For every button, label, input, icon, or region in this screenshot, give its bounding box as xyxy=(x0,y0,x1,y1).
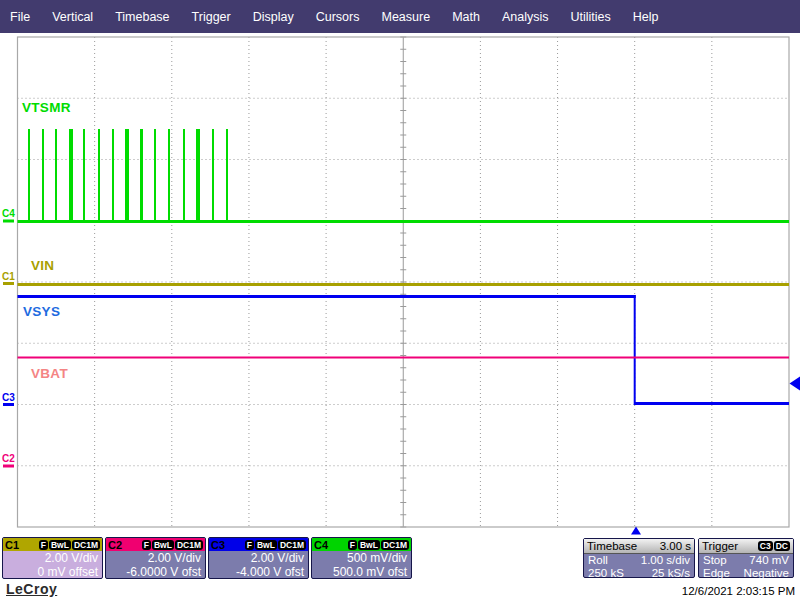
trace-vsys-high xyxy=(18,295,636,298)
channel-c2-descriptor[interactable]: C2FBwLDC1M2.00 V/div-6.0000 V ofst xyxy=(105,537,206,579)
timebase-mode: Roll xyxy=(588,554,608,567)
f-badge: F xyxy=(245,540,254,550)
trigger-badge-c3: C3 xyxy=(758,541,773,551)
trigger-badge-dc: DC xyxy=(774,541,790,551)
trigger-slope: Negative xyxy=(744,567,789,580)
timebase-value: 3.00 s xyxy=(660,540,691,552)
channel-marker-c2: C2 xyxy=(2,453,15,464)
timebase-samples: 250 kS xyxy=(588,567,624,580)
trace-vin xyxy=(18,283,790,286)
trace-vtsmr-pulse xyxy=(125,129,129,221)
trigger-title: Trigger xyxy=(702,540,738,552)
trace-vtsmr-pulse xyxy=(226,129,228,221)
channel-marker-tick xyxy=(3,282,14,285)
channel-offset: 500.0 mV ofst xyxy=(312,565,411,579)
channel-marker-tick xyxy=(3,465,14,468)
trace-vtsmr-pulse xyxy=(83,129,85,221)
channel-marker-c1: C1 xyxy=(2,271,15,282)
bwl-badge: BwL xyxy=(152,540,174,550)
trigger-type: Edge xyxy=(703,567,730,580)
trace-vsys-drop xyxy=(634,295,636,405)
vtsmr-label: VTSMR xyxy=(22,100,71,115)
vbat-label: VBAT xyxy=(31,366,68,381)
channel-offset: 0 mV offset xyxy=(3,565,102,579)
trigger-mode: Stop xyxy=(703,554,727,567)
timebase-panel[interactable]: Timebase 3.00 s Roll 1.00 s/div 250 kS 2… xyxy=(583,538,695,578)
trigger-source-badges: C3DC xyxy=(757,541,790,551)
trace-vbat xyxy=(18,357,790,359)
scope-grid: C4C1C3C2 xyxy=(0,0,800,537)
trace-vtsmr-pulse xyxy=(183,129,185,221)
lecroy-logo: LeCroy xyxy=(6,581,57,597)
datetime: 12/6/2021 2:03:15 PM xyxy=(682,585,795,597)
trigger-level-arrow xyxy=(790,377,800,391)
channel-offset: -6.0000 V ofst xyxy=(106,565,205,579)
channel-c3-descriptor[interactable]: C3FBwLDC1M2.00 V/div-4.000 V ofst xyxy=(208,537,309,579)
timebase-scale: 1.00 s/div xyxy=(641,554,690,567)
dc1m-badge: DC1M xyxy=(72,540,100,550)
trigger-time-arrow xyxy=(631,527,641,535)
channel-marker-c3: C3 xyxy=(2,392,15,403)
channel-c1-descriptor[interactable]: C1FBwLDC1M2.00 V/div0 mV offset xyxy=(2,537,103,579)
trace-vtsmr-pulse xyxy=(196,129,200,221)
bwl-badge: BwL xyxy=(255,540,277,550)
channel-marker-tick xyxy=(3,403,14,406)
channel-marker-tick xyxy=(3,220,14,223)
channel-id-label: C3 xyxy=(211,539,225,551)
trace-vtsmr-pulse xyxy=(212,129,214,221)
trace-vsys-low xyxy=(635,402,789,405)
dc1m-badge: DC1M xyxy=(381,540,409,550)
trace-vtsmr-pulse xyxy=(69,129,73,221)
timebase-samplerate: 25 kS/s xyxy=(652,567,690,580)
oscilloscope-app: FileVerticalTimebaseTriggerDisplayCursor… xyxy=(0,0,800,600)
channel-offset: -4.000 V ofst xyxy=(209,565,308,579)
vsys-label: VSYS xyxy=(23,304,60,319)
trace-vtsmr-baseline xyxy=(18,220,790,223)
f-badge: F xyxy=(348,540,357,550)
trigger-level: 740 mV xyxy=(749,554,789,567)
trace-vtsmr-pulse xyxy=(154,129,156,221)
channel-c1-header: C1FBwLDC1M xyxy=(3,538,102,551)
dc1m-badge: DC1M xyxy=(278,540,306,550)
channel-c4-header: C4FBwLDC1M xyxy=(312,538,411,551)
channel-c3-header: C3FBwLDC1M xyxy=(209,538,308,551)
vin-label: VIN xyxy=(31,258,54,273)
channel-c4-descriptor[interactable]: C4FBwLDC1M500 mV/div500.0 mV ofst xyxy=(311,537,412,579)
channel-id-label: C4 xyxy=(314,539,328,551)
trace-vtsmr-pulse xyxy=(28,129,30,221)
dc1m-badge: DC1M xyxy=(175,540,203,550)
timebase-header: Timebase 3.00 s xyxy=(584,539,694,554)
f-badge: F xyxy=(142,540,151,550)
trace-vtsmr-pulse xyxy=(140,129,143,221)
trace-vtsmr-pulse xyxy=(42,129,44,221)
channel-scale: 2.00 V/div xyxy=(106,551,205,565)
trace-vtsmr-pulse xyxy=(112,129,114,221)
channel-c2-header: C2FBwLDC1M xyxy=(106,538,205,551)
f-badge: F xyxy=(39,540,48,550)
bwl-badge: BwL xyxy=(358,540,380,550)
trace-vtsmr-pulse xyxy=(55,129,57,221)
trace-vtsmr-pulse xyxy=(98,129,100,221)
trigger-header: Trigger C3DC xyxy=(699,539,793,554)
trigger-panel[interactable]: Trigger C3DC Stop 740 mV Edge Negative xyxy=(698,538,794,578)
trace-vtsmr-pulse xyxy=(168,129,170,221)
channel-id-label: C1 xyxy=(5,539,19,551)
channel-scale: 2.00 V/div xyxy=(209,551,308,565)
channel-scale: 2.00 V/div xyxy=(3,551,102,565)
channel-scale: 500 mV/div xyxy=(312,551,411,565)
channel-marker-c4: C4 xyxy=(2,208,15,219)
timebase-title: Timebase xyxy=(587,540,637,552)
bwl-badge: BwL xyxy=(49,540,71,550)
channel-id-label: C2 xyxy=(108,539,122,551)
